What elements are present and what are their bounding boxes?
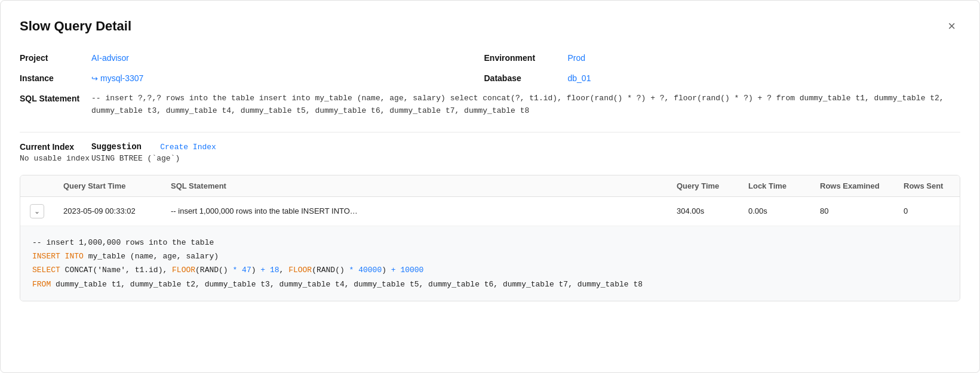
sql-label: SQL Statement [20, 93, 91, 103]
expand-cell: ⌄ [20, 196, 54, 226]
info-grid: Project AI-advisor Environment Prod Inst… [20, 52, 960, 118]
instance-label: Instance [20, 72, 91, 83]
expanded-sql-p4: , [279, 266, 289, 275]
expanded-sql-content: -- insert 1,000,000 rows into the table … [20, 226, 960, 301]
cell-query-time: 304.00s [667, 196, 739, 226]
current-index-label: Current Index [20, 142, 91, 152]
expanded-sql-p6: ) [382, 266, 391, 275]
expanded-sql-op1: * 47 [232, 266, 251, 275]
expanded-sql-select: SELECT [32, 266, 60, 275]
col-lock-time: Lock Time [739, 175, 810, 197]
header-row: Query Start Time SQL Statement Query Tim… [20, 175, 960, 197]
expanded-sql-p2: (RAND() [195, 266, 232, 275]
expanded-sql-p3: ) [251, 266, 261, 275]
instance-link[interactable]: mysql-3307 [100, 73, 143, 83]
expanded-sql-op2: + 18 [260, 266, 279, 275]
table-row: ⌄ 2023-05-09 00:33:02 -- insert 1,000,00… [20, 196, 960, 226]
expanded-row: -- insert 1,000,000 rows into the table … [20, 226, 960, 301]
dialog-title: Slow Query Detail [20, 19, 131, 34]
dialog-header: Slow Query Detail × [20, 17, 960, 35]
table-body: ⌄ 2023-05-09 00:33:02 -- insert 1,000,00… [20, 196, 960, 301]
expanded-sql-rest2: my_table (name, age, salary) [84, 252, 219, 261]
project-label: Project [20, 52, 91, 63]
suggestion-label-cell: Suggestion Create Index [91, 142, 496, 152]
col-rows-sent: Rows Sent [894, 175, 960, 197]
expanded-sql-line1: -- insert 1,000,000 rows into the table [32, 238, 214, 247]
expanded-sql-floor2: FLOOR [288, 266, 312, 275]
environment-link[interactable]: Prod [568, 53, 586, 63]
project-link[interactable]: AI-advisor [91, 53, 129, 63]
database-label: Database [484, 72, 568, 83]
expand-row-button[interactable]: ⌄ [30, 204, 44, 218]
col-sql-statement: SQL Statement [161, 175, 667, 197]
expanded-sql-from-rest: dummy_table t1, dummy_table t2, dummy_ta… [51, 280, 643, 289]
database-link[interactable]: db_01 [568, 73, 591, 83]
cell-lock-time: 0.00s [739, 196, 810, 226]
col-expand [20, 175, 54, 197]
current-index-value: No usable index [20, 154, 91, 163]
database-value: db_01 [568, 72, 961, 83]
database-instance-icon: ↪ [91, 74, 98, 83]
divider [20, 132, 960, 132]
table-header: Query Start Time SQL Statement Query Tim… [20, 175, 960, 197]
expanded-sql-p1: CONCAT('Name', t1.id), [60, 266, 172, 275]
query-table: Query Start Time SQL Statement Query Tim… [20, 175, 960, 301]
expanded-sql-op3: * 40000 [349, 266, 382, 275]
suggestion-label: Suggestion [91, 142, 142, 152]
slow-query-dialog: Slow Query Detail × Project AI-advisor E… [0, 0, 980, 373]
col-query-time: Query Time [667, 175, 739, 197]
expanded-sql-from: FROM [32, 280, 51, 289]
index-section: Current Index Suggestion Create Index No… [20, 142, 960, 163]
environment-label: Environment [484, 52, 568, 63]
suggestion-value: USING BTREE (`age`) [91, 154, 496, 163]
cell-rows-examined: 80 [810, 196, 894, 226]
expanded-sql-kw1: INSERT INTO [32, 252, 84, 261]
cell-query-start-time: 2023-05-09 00:33:02 [54, 196, 161, 226]
expanded-sql-cell: -- insert 1,000,000 rows into the table … [20, 226, 960, 301]
create-index-link[interactable]: Create Index [160, 143, 216, 152]
expanded-sql-p5: (RAND() [312, 266, 349, 275]
expanded-sql-floor1: FLOOR [172, 266, 195, 275]
expanded-sql-op4: + 10000 [391, 266, 424, 275]
sql-value: -- insert ?,?,? rows into the table inse… [91, 93, 960, 118]
project-value: AI-advisor [91, 52, 484, 63]
environment-value: Prod [568, 52, 961, 63]
col-query-start-time: Query Start Time [54, 175, 161, 197]
query-table-container: Query Start Time SQL Statement Query Tim… [20, 175, 960, 302]
close-button[interactable]: × [943, 17, 960, 35]
instance-value: ↪ mysql-3307 [91, 72, 484, 83]
cell-rows-sent: 0 [894, 196, 960, 226]
cell-sql-statement: -- insert 1,000,000 rows into the table … [161, 196, 667, 226]
col-rows-examined: Rows Examined [810, 175, 894, 197]
